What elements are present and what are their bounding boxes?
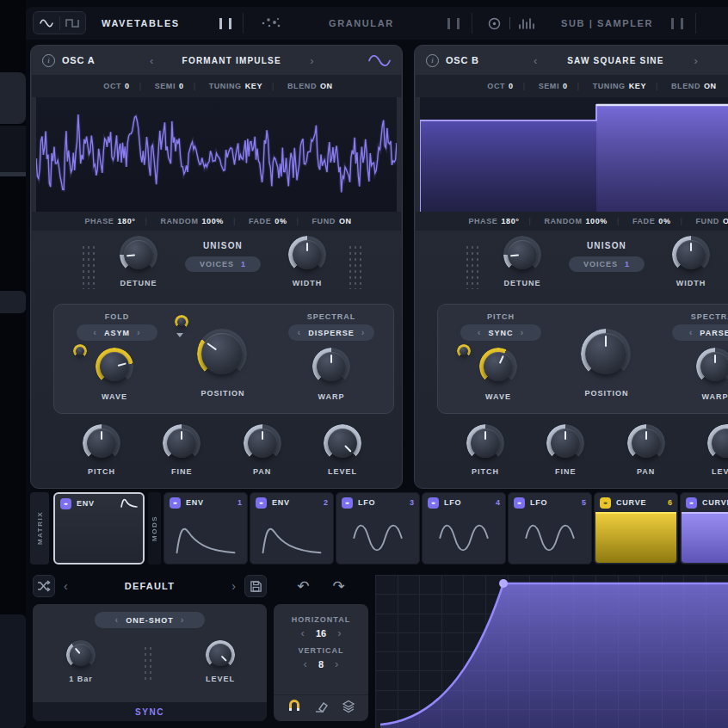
eraser-button[interactable] bbox=[314, 700, 328, 717]
tuning-value[interactable]: KEY bbox=[629, 82, 646, 90]
mod-tile-curve-7[interactable]: ◂▸ CURVE 7 bbox=[680, 492, 728, 565]
chevron-left-icon[interactable]: ‹ bbox=[304, 658, 307, 669]
morph-mode-selector[interactable]: ‹ ASYM › bbox=[77, 324, 157, 341]
chevron-right-icon[interactable]: › bbox=[137, 328, 141, 337]
chevron-left-icon[interactable]: ‹ bbox=[115, 615, 120, 625]
pause-icon[interactable] bbox=[219, 18, 231, 29]
chevron-right-icon[interactable]: › bbox=[181, 615, 185, 625]
voices-value[interactable]: 1 bbox=[241, 260, 246, 268]
rate-value[interactable]: 1 Bar bbox=[69, 675, 93, 683]
preset-name[interactable]: DEFAULT bbox=[77, 581, 224, 591]
random-value[interactable]: 100% bbox=[586, 217, 608, 225]
chevron-right-icon[interactable]: › bbox=[337, 627, 341, 639]
mod-power-icon[interactable]: ◂▸ bbox=[600, 497, 611, 509]
position-knob[interactable] bbox=[581, 329, 631, 379]
one-shot-mode-selector[interactable]: ‹ ONE-SHOT › bbox=[95, 612, 205, 628]
fade-value[interactable]: 0% bbox=[275, 217, 287, 225]
mod-tile-env-2[interactable]: ◂▸ ENV 2 bbox=[250, 492, 334, 565]
wave-knob[interactable] bbox=[96, 348, 133, 386]
fine-knob[interactable]: FINE bbox=[157, 424, 206, 476]
position-knob[interactable] bbox=[197, 329, 247, 379]
chevron-right-icon[interactable]: › bbox=[694, 55, 697, 66]
warp-knob[interactable] bbox=[312, 348, 350, 386]
warp-knob[interactable] bbox=[696, 348, 728, 386]
random-value[interactable]: 100% bbox=[202, 217, 224, 225]
fund-value[interactable]: ON bbox=[723, 217, 728, 225]
drag-grip[interactable] bbox=[465, 244, 479, 289]
mod-tile-lfo-5[interactable]: ◂▸ LFO 5 bbox=[508, 492, 592, 565]
pause-icon[interactable] bbox=[447, 18, 460, 29]
detune-knob[interactable]: DETUNE bbox=[114, 236, 163, 287]
chevron-right-icon[interactable]: › bbox=[361, 328, 366, 337]
randomize-button[interactable] bbox=[33, 575, 55, 597]
phase-value[interactable]: 180° bbox=[501, 217, 519, 225]
mod-power-icon[interactable]: ◂▸ bbox=[256, 497, 267, 509]
pitch-knob[interactable]: PITCH bbox=[77, 424, 126, 476]
semi-value[interactable]: 0 bbox=[179, 82, 184, 90]
mod-amount-knob[interactable] bbox=[457, 344, 471, 358]
pitch-knob[interactable]: PITCH bbox=[461, 424, 509, 476]
sync-toggle[interactable]: SYNC bbox=[33, 702, 267, 721]
tuning-value[interactable]: KEY bbox=[245, 82, 262, 90]
level-knob[interactable]: LEVEL bbox=[318, 424, 367, 476]
drag-grip[interactable] bbox=[348, 244, 362, 289]
osc-b-wavetable-display[interactable] bbox=[420, 97, 728, 212]
chevron-right-icon[interactable]: › bbox=[521, 328, 525, 337]
chevron-right-icon[interactable]: › bbox=[335, 658, 338, 669]
square-icon[interactable] bbox=[60, 19, 86, 28]
magnet-snap-button[interactable] bbox=[287, 700, 301, 717]
mod-power-icon[interactable]: ◂▸ bbox=[514, 497, 525, 509]
pan-knob[interactable]: PAN bbox=[622, 424, 670, 476]
width-knob[interactable]: WIDTH bbox=[667, 236, 715, 287]
spectral-mode-selector[interactable]: ‹ DISPERSE › bbox=[288, 324, 374, 341]
pause-icon[interactable] bbox=[671, 18, 683, 29]
mod-power-icon[interactable]: ◂▸ bbox=[170, 497, 181, 509]
fade-value[interactable]: 0% bbox=[658, 217, 670, 225]
osc-b-wavetable-name[interactable]: SAW SQUARE SINE bbox=[551, 56, 680, 65]
chevron-left-icon[interactable]: ‹ bbox=[478, 328, 482, 337]
mod-tile-lfo-4[interactable]: ◂▸ LFO 4 bbox=[422, 492, 506, 565]
wavetables-tab-iconbox[interactable] bbox=[33, 11, 86, 34]
chevron-left-icon[interactable]: ‹ bbox=[689, 328, 694, 337]
redo-button[interactable]: ↷ bbox=[333, 579, 345, 594]
chevron-left-icon[interactable]: ‹ bbox=[93, 328, 97, 337]
horizontal-value[interactable]: 16 bbox=[316, 628, 326, 639]
width-knob[interactable]: WIDTH bbox=[283, 236, 331, 287]
level-knob[interactable]: LEVEL bbox=[702, 424, 728, 476]
semi-value[interactable]: 0 bbox=[563, 82, 568, 90]
mod-tile-curve-6[interactable]: ◂▸ CURVE 6 bbox=[594, 492, 678, 565]
save-button[interactable] bbox=[244, 575, 267, 597]
voices-control[interactable]: VOICES 1 bbox=[185, 256, 261, 272]
drag-grip[interactable] bbox=[143, 645, 155, 680]
wave-knob[interactable] bbox=[479, 348, 517, 386]
morph-mode-selector[interactable]: ‹ SYNC › bbox=[460, 324, 541, 341]
fine-knob[interactable]: FINE bbox=[541, 424, 589, 476]
mod-amount-knob[interactable] bbox=[73, 344, 87, 358]
spectral-mode-selector[interactable]: ‹ PARSE › bbox=[672, 324, 728, 341]
info-icon[interactable]: i bbox=[426, 54, 439, 67]
voices-value[interactable]: 1 bbox=[625, 260, 630, 268]
chevron-left-icon[interactable]: ‹ bbox=[301, 627, 305, 639]
fund-value[interactable]: ON bbox=[339, 217, 352, 225]
drag-grip[interactable] bbox=[81, 244, 96, 289]
mod-power-icon[interactable]: ◂▸ bbox=[428, 497, 439, 509]
chevron-left-icon[interactable]: ‹ bbox=[150, 55, 153, 66]
undo-button[interactable]: ↶ bbox=[297, 579, 309, 594]
chevron-right-icon[interactable]: › bbox=[310, 55, 313, 66]
info-icon[interactable]: i bbox=[42, 54, 55, 67]
chevron-left-icon[interactable]: ‹ bbox=[298, 328, 302, 337]
tab-granular[interactable]: GRANULAR bbox=[329, 18, 394, 28]
oct-value[interactable]: 0 bbox=[509, 82, 514, 90]
mod-tile-lfo-3[interactable]: ◂▸ LFO 3 bbox=[336, 492, 420, 565]
horizontal-grid-stepper[interactable]: ‹ 16 › bbox=[301, 627, 342, 639]
mod-power-icon[interactable]: ◂▸ bbox=[686, 497, 697, 509]
tab-wavetables[interactable]: WAVETABLES bbox=[102, 18, 180, 28]
chevron-left-icon[interactable]: ‹ bbox=[534, 55, 537, 66]
vertical-value[interactable]: 8 bbox=[318, 659, 324, 669]
mod-amount-knob[interactable] bbox=[175, 315, 188, 329]
oct-value[interactable]: 0 bbox=[125, 82, 130, 90]
preset-next-icon[interactable]: › bbox=[231, 580, 236, 592]
sine-icon[interactable] bbox=[34, 19, 59, 28]
sine-wave-icon[interactable] bbox=[368, 55, 391, 66]
mod-power-icon[interactable]: ◂▸ bbox=[60, 498, 71, 509]
